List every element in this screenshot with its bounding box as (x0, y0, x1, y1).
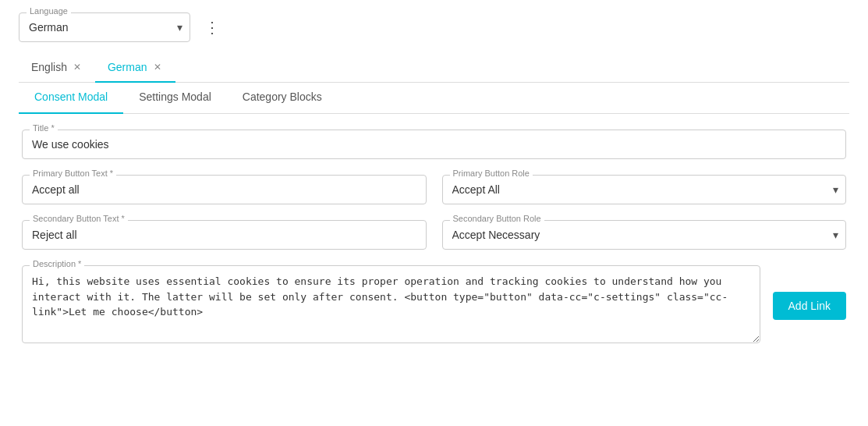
description-field-group: Description * Hi, this website uses esse… (22, 265, 760, 346)
language-label: Language (27, 6, 71, 16)
lang-tab-german-close[interactable]: ✕ (152, 62, 163, 72)
primary-button-role-select-wrapper: Accept All Accept Necessary Show Setting… (442, 175, 847, 204)
lang-tab-english[interactable]: English ✕ (19, 55, 95, 83)
primary-button-role-group: Primary Button Role Accept All Accept Ne… (442, 175, 847, 204)
dots-menu-button[interactable]: ⋮ (200, 16, 225, 38)
title-label: Title * (30, 123, 58, 133)
secondary-button-text-col: Secondary Button Text * (22, 220, 427, 250)
title-input[interactable] (22, 130, 846, 159)
section-tabs: Consent Modal Settings Modal Category Bl… (19, 83, 849, 114)
description-group: Description * Hi, this website uses esse… (22, 265, 846, 346)
page-container: Language English German French Spanish ▾… (0, 0, 868, 426)
description-wrapper: Description * Hi, this website uses esse… (22, 265, 760, 346)
tab-consent-modal[interactable]: Consent Modal (19, 83, 123, 114)
lang-tab-english-close[interactable]: ✕ (72, 62, 83, 72)
secondary-button-role-group: Secondary Button Role Accept Necessary A… (442, 220, 847, 250)
secondary-button-role-col: Secondary Button Role Accept Necessary A… (442, 220, 847, 250)
primary-button-text-col: Primary Button Text * (22, 175, 427, 204)
primary-button-text-input[interactable] (22, 175, 427, 204)
secondary-button-role-select[interactable]: Accept Necessary Accept All Show Setting… (442, 220, 847, 250)
form-area: Title * Primary Button Text * Primary Bu… (19, 130, 849, 346)
description-label: Description * (30, 259, 84, 268)
lang-tab-english-label: English (31, 61, 67, 73)
lang-tab-german-label: German (108, 61, 147, 73)
language-select[interactable]: English German French Spanish (19, 12, 190, 42)
lang-tab-german[interactable]: German ✕ (95, 55, 175, 83)
tab-settings-modal[interactable]: Settings Modal (123, 83, 227, 114)
primary-button-text-group: Primary Button Text * (22, 175, 427, 204)
secondary-button-role-select-wrapper: Accept Necessary Accept All Show Setting… (442, 220, 847, 250)
primary-button-row: Primary Button Text * Primary Button Rol… (22, 175, 846, 204)
primary-button-role-label: Primary Button Role (450, 169, 533, 178)
language-tabs: English ✕ German ✕ (19, 55, 849, 83)
secondary-button-text-label: Secondary Button Text * (30, 214, 128, 223)
title-field-group: Title * (22, 130, 846, 159)
primary-button-role-col: Primary Button Role Accept All Accept Ne… (442, 175, 847, 204)
primary-button-role-select[interactable]: Accept All Accept Necessary Show Setting… (442, 175, 847, 204)
primary-button-text-label: Primary Button Text * (30, 169, 116, 178)
secondary-button-text-input[interactable] (22, 220, 427, 250)
add-link-button[interactable]: Add Link (773, 292, 846, 320)
secondary-button-role-label: Secondary Button Role (450, 214, 544, 223)
description-textarea[interactable]: Hi, this website uses essential cookies … (22, 265, 760, 343)
secondary-button-text-group: Secondary Button Text * (22, 220, 427, 250)
language-row: Language English German French Spanish ▾… (19, 12, 849, 42)
tab-category-blocks[interactable]: Category Blocks (227, 83, 338, 114)
secondary-button-row: Secondary Button Text * Secondary Button… (22, 220, 846, 250)
language-select-wrapper: Language English German French Spanish ▾ (19, 12, 190, 42)
